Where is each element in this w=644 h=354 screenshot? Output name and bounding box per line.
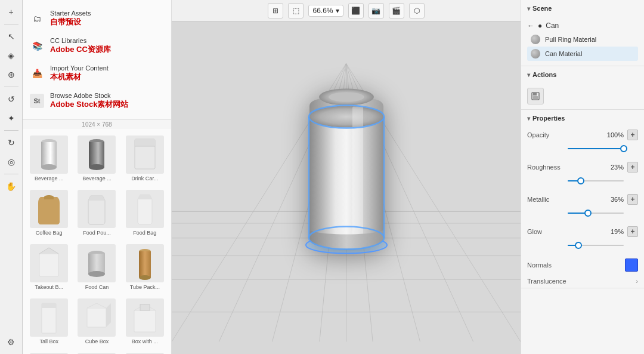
import-content-item[interactable]: 📥 Import Your Content 本机素材 [23, 60, 171, 87]
asset-thumbnail [30, 298, 68, 337]
glow-track [568, 245, 624, 246]
zoom-tool[interactable]: ⊕ [3, 66, 20, 83]
actions-header[interactable]: ▾ Actions [521, 66, 644, 83]
add-button[interactable]: + [3, 4, 20, 20]
can-svg [284, 84, 409, 257]
opacity-thumb[interactable] [620, 145, 627, 152]
list-item[interactable]: Beverage ... [26, 133, 72, 184]
metallic-row: Metallic 36% + [521, 191, 644, 208]
svg-rect-57 [533, 96, 538, 99]
fit-view-button[interactable]: ⬛ [348, 3, 364, 19]
svg-point-15 [139, 275, 151, 280]
zoom-value: 66.6% [312, 7, 333, 15]
list-item[interactable]: Food Bag [122, 187, 168, 239]
list-item[interactable]: Stack of C... [122, 350, 168, 354]
scene-section: ▾ Scene ← ● Can Pull Ring Material Can M… [521, 0, 644, 66]
glow-label: Glow [527, 228, 564, 235]
properties-header[interactable]: ▾ Properties [521, 110, 644, 127]
render-button[interactable]: 🎬 [389, 3, 404, 19]
lights-tool[interactable]: ◎ [3, 153, 20, 170]
roughness-add-button[interactable]: + [627, 162, 638, 173]
right-panel: ▾ Scene ← ● Can Pull Ring Material Can M… [521, 0, 644, 354]
list-item[interactable]: Drink Car... [122, 133, 168, 184]
asset-thumbnail [78, 190, 116, 228]
opacity-add-button[interactable]: + [627, 130, 638, 140]
pull-ring-material-item[interactable]: Pull Ring Material [527, 32, 638, 47]
actions-title: Actions [532, 71, 556, 78]
list-item[interactable]: Business ... [74, 350, 119, 354]
starter-assets-label: Starter Assets [50, 10, 91, 17]
opacity-track [568, 148, 624, 149]
glow-slider-row [521, 240, 644, 256]
opacity-fill [568, 148, 624, 149]
list-item[interactable]: Beverage ... [74, 133, 119, 184]
opacity-slider-row [521, 143, 644, 159]
list-item[interactable]: Tall Box [26, 295, 72, 347]
roughness-slider[interactable] [568, 176, 624, 186]
metallic-thumb[interactable] [584, 210, 592, 217]
metallic-label: Metallic [527, 196, 564, 203]
camera-button[interactable]: 📷 [369, 3, 384, 19]
adobe-stock-icon: St [30, 94, 44, 108]
asset-label: Coffee Bag [29, 230, 69, 236]
can-material-item[interactable]: Can Material [527, 47, 638, 61]
cc-libraries-item[interactable]: 📚 CC Libraries Adobe CC资源库 [23, 32, 171, 60]
metallic-add-button[interactable]: + [627, 194, 638, 205]
scene-back-button[interactable]: ← ● Can [527, 19, 638, 32]
metallic-slider[interactable] [568, 208, 624, 218]
list-item[interactable]: Takeout B... [26, 241, 72, 293]
export-button[interactable]: ⬡ [409, 3, 425, 19]
starter-assets-item[interactable]: 🗂 Starter Assets 自带预设 [23, 5, 171, 32]
separator [4, 87, 18, 87]
asset-thumbnail [30, 244, 68, 282]
grid-view-button[interactable]: ⊞ [268, 3, 283, 19]
adobe-stock-item[interactable]: St Browse Adobe Stock Adobe Stock素材网站 [23, 87, 171, 115]
roughness-thumb[interactable] [577, 177, 584, 184]
scene-chevron: ▾ [527, 5, 530, 12]
separator [4, 174, 18, 174]
save-action-button[interactable] [527, 88, 544, 104]
glow-add-button[interactable]: + [627, 226, 638, 237]
asset-label: Tall Box [29, 338, 69, 344]
move-tool[interactable]: ↖ [3, 28, 20, 45]
hand-tool[interactable]: ✋ [3, 178, 20, 195]
settings-button[interactable]: ⚙ [3, 334, 20, 350]
list-item[interactable]: Coffee Bag [26, 187, 72, 239]
import-sublabel: 本机素材 [50, 72, 109, 82]
opacity-slider[interactable] [568, 143, 624, 154]
svg-rect-20 [140, 304, 150, 310]
refresh-tool[interactable]: ↻ [3, 134, 20, 151]
asset-label: Food Pou... [77, 230, 116, 236]
normals-swatch[interactable] [625, 258, 638, 272]
glow-thumb[interactable] [575, 242, 582, 249]
perspective-button[interactable]: ⬚ [288, 3, 304, 19]
glow-slider[interactable] [568, 240, 624, 251]
zoom-control[interactable]: 66.6% ▾ [308, 5, 343, 17]
asset-label: Food Bag [125, 230, 165, 236]
scene-header[interactable]: ▾ Scene [521, 0, 644, 17]
list-item[interactable]: Tube Pack... [122, 241, 168, 293]
svg-point-12 [88, 271, 105, 277]
svg-rect-50 [352, 106, 363, 238]
magic-tool[interactable]: ✦ [3, 110, 20, 127]
asset-label: Food Can [77, 284, 116, 290]
select-tool[interactable]: ◈ [3, 47, 20, 64]
list-item[interactable]: Food Can [74, 241, 119, 293]
rotate-tool[interactable]: ↺ [3, 91, 20, 107]
list-item[interactable]: Food Pou... [74, 187, 119, 239]
list-item[interactable]: Cube Box [74, 295, 119, 347]
svg-rect-18 [87, 308, 106, 327]
can-3d-object[interactable] [284, 84, 409, 258]
svg-rect-19 [134, 310, 156, 332]
back-arrow-icon: ← [527, 21, 534, 30]
viewport-canvas[interactable] [172, 21, 521, 354]
adobe-stock-sublabel: Adobe Stock素材网站 [50, 99, 128, 110]
metallic-slider-row [521, 208, 644, 223]
asset-label: Tube Pack... [125, 284, 165, 290]
translucence-expand-icon[interactable]: › [636, 278, 638, 285]
list-item[interactable]: Tied Stri... [26, 350, 72, 354]
asset-grid: Beverage ... Beverage ... Drink Car... C… [23, 129, 171, 354]
asset-panel: 🗂 Starter Assets 自带预设 📚 CC Libraries Ado… [23, 0, 172, 354]
metallic-track [568, 213, 624, 214]
list-item[interactable]: Box with ... [122, 295, 168, 347]
